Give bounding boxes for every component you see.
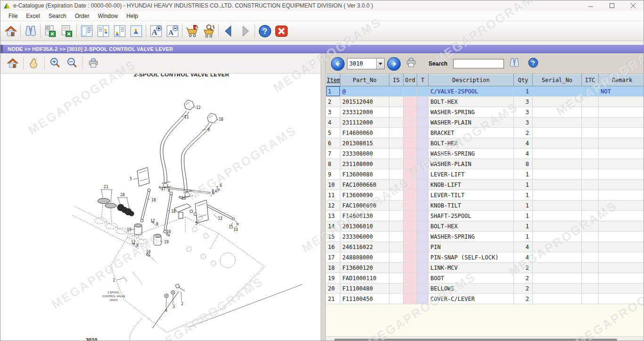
cell-ord[interactable] (404, 232, 417, 242)
cell-serial_no[interactable] (533, 200, 582, 211)
cell-ord[interactable] (404, 97, 417, 107)
cell-t[interactable] (417, 169, 429, 180)
cell-description[interactable]: BELLOWS (429, 283, 514, 294)
cell-ord[interactable] (404, 138, 417, 149)
cell-part_no[interactable]: 233312000 (340, 107, 389, 117)
cell-qty[interactable]: 3 (514, 97, 533, 107)
cell-description[interactable]: C/VALVE-2SPOOL (429, 86, 514, 97)
cell-remark[interactable] (599, 221, 644, 232)
cell-itc[interactable] (582, 283, 599, 294)
cell-is[interactable] (389, 232, 404, 242)
exit-button[interactable] (273, 23, 289, 39)
table-row[interactable]: 21F11100450COVER-C/LEVER2 (326, 294, 644, 304)
cell-remark[interactable] (599, 232, 644, 242)
cell-qty[interactable]: 2 (514, 283, 533, 294)
cell-serial_no[interactable] (533, 159, 582, 169)
cell-qty[interactable]: 2 (514, 273, 533, 283)
view-image-only-button[interactable] (128, 23, 144, 39)
cell-description[interactable]: BOLT-HEX (429, 138, 514, 149)
cell-serial_no[interactable] (533, 252, 582, 263)
panel-splitter[interactable] (321, 53, 326, 341)
cell-t[interactable] (417, 283, 429, 294)
cell-remark[interactable] (599, 169, 644, 180)
zoom-in-button[interactable] (48, 56, 63, 71)
cell-ord[interactable] (404, 169, 417, 180)
cell-item[interactable]: 12 (326, 200, 340, 211)
cell-part_no[interactable]: 201308015 (340, 138, 389, 149)
export-excel-with-image-button[interactable] (42, 23, 58, 39)
cell-is[interactable] (389, 283, 404, 294)
col-header-part_no[interactable]: Part_No (340, 75, 389, 86)
scrollbar-thumb[interactable] (334, 339, 617, 341)
cell-itc[interactable] (582, 221, 599, 232)
cell-serial_no[interactable] (533, 294, 582, 304)
maximize-button[interactable] (601, 0, 622, 11)
table-row[interactable]: 16246116022PIN4 (326, 242, 644, 252)
find-button[interactable] (509, 57, 520, 70)
cell-part_no[interactable]: FAC1000660 (340, 180, 389, 190)
table-row[interactable]: 4231112000WASHER-PLAIN3 (326, 117, 644, 128)
cell-is[interactable] (389, 211, 404, 221)
col-header-is[interactable]: IS (389, 75, 404, 86)
cell-qty[interactable]: 1 (514, 221, 533, 232)
table-row[interactable]: 13F14600130SHAFT-2SPOOL1 (326, 211, 644, 221)
add-to-cart-button[interactable] (184, 23, 200, 39)
table-row[interactable]: 12FAC1000690KNOB-TILT1 (326, 200, 644, 211)
cell-description[interactable]: PIN-SNAP (SELF-LOCK) (429, 252, 514, 263)
cell-ord[interactable] (404, 263, 417, 273)
cell-part_no[interactable]: 201512040 (340, 97, 389, 107)
cell-description[interactable]: WASHER-PLAIN (429, 159, 514, 169)
cell-qty[interactable]: 2 (514, 294, 533, 304)
cell-is[interactable] (389, 169, 404, 180)
cell-ord[interactable] (404, 128, 417, 138)
cell-ord[interactable] (404, 190, 417, 200)
cell-remark[interactable] (599, 211, 644, 221)
cell-part_no[interactable]: F11100450 (340, 294, 389, 304)
cell-is[interactable] (389, 221, 404, 232)
figure-select[interactable]: 3010 (347, 58, 385, 69)
cell-t[interactable] (417, 180, 429, 190)
cell-itc[interactable] (582, 128, 599, 138)
cell-description[interactable]: WASHER-PLAIN (429, 117, 514, 128)
cell-serial_no[interactable] (533, 97, 582, 107)
table-row[interactable]: 2201512040BOLT-HEX3 (326, 97, 644, 107)
cell-qty[interactable]: 8 (514, 159, 533, 169)
cell-itc[interactable] (582, 107, 599, 117)
cell-remark[interactable] (599, 97, 644, 107)
cell-description[interactable]: LEVER-TILT (429, 190, 514, 200)
menu-search[interactable]: Search (44, 12, 71, 20)
close-button[interactable] (622, 0, 644, 11)
cell-itc[interactable] (582, 232, 599, 242)
cell-part_no[interactable]: 231112000 (340, 117, 389, 128)
col-header-remark[interactable]: Remark (599, 75, 644, 86)
menu-order[interactable]: Order (71, 12, 94, 20)
cell-description[interactable]: BOLT-HEX (429, 221, 514, 232)
cell-t[interactable] (417, 211, 429, 221)
cell-description[interactable]: WASHER-SPRING (429, 107, 514, 117)
parts-search-input[interactable] (453, 59, 504, 68)
cell-serial_no[interactable] (533, 221, 582, 232)
minimize-button[interactable] (580, 0, 601, 11)
cell-is[interactable] (389, 149, 404, 159)
cell-is[interactable] (389, 138, 404, 149)
cell-item[interactable]: 20 (326, 283, 340, 294)
cell-itc[interactable] (582, 252, 599, 263)
cell-t[interactable] (417, 232, 429, 242)
cell-itc[interactable] (582, 211, 599, 221)
cell-is[interactable] (389, 128, 404, 138)
cell-part_no[interactable]: F13600090 (340, 190, 389, 200)
cell-description[interactable]: PIN (429, 242, 514, 252)
cell-description[interactable]: BOLT-HEX (429, 97, 514, 107)
col-header-item[interactable]: Item (326, 75, 340, 86)
cell-t[interactable] (417, 107, 429, 117)
cell-is[interactable] (389, 117, 404, 128)
cell-ord[interactable] (404, 211, 417, 221)
diagram-canvas[interactable]: 2-SPOOL CONTROL VALVE LEVER (0, 74, 321, 341)
table-row[interactable]: 14201306010BOLT-HEX1 (326, 221, 644, 232)
cell-part_no[interactable]: F13600080 (340, 169, 389, 180)
cell-serial_no[interactable] (533, 180, 582, 190)
view-split-image-right-button[interactable] (95, 23, 111, 39)
pan-button[interactable] (26, 56, 41, 71)
cell-ord[interactable] (404, 117, 417, 128)
cell-serial_no[interactable] (533, 232, 582, 242)
